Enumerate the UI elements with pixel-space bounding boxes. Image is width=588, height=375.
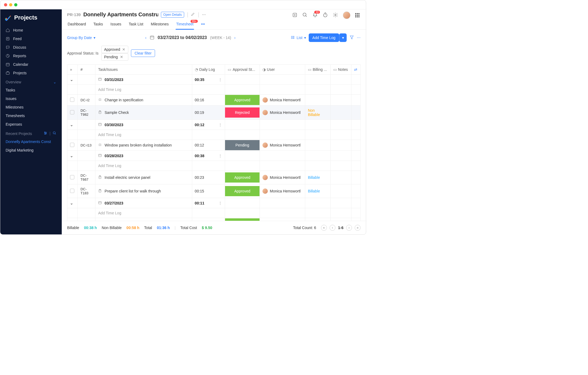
timer-icon[interactable] bbox=[323, 12, 328, 18]
sidebar-item-feed[interactable]: Feed bbox=[0, 34, 62, 43]
search-icon[interactable] bbox=[53, 131, 56, 136]
tab-task-list[interactable]: Task List bbox=[128, 20, 144, 29]
recent-project-item[interactable]: Digital Marketing bbox=[0, 146, 62, 154]
entry-daily-log: 00:16 bbox=[192, 95, 225, 106]
group-total: 00:11⋮ bbox=[192, 198, 225, 208]
filter-icon[interactable] bbox=[349, 35, 354, 41]
group-collapse-button[interactable]: ⌄ bbox=[70, 154, 73, 158]
row-more-icon[interactable]: ⋮ bbox=[218, 154, 222, 158]
sidebar-section-overview[interactable]: Overview ⌄ bbox=[0, 77, 62, 86]
header-user[interactable]: ◑User bbox=[260, 65, 305, 75]
add-time-log-row[interactable]: Add Time Log bbox=[95, 85, 192, 95]
sidebar-item-discuss[interactable]: Discuss bbox=[0, 43, 62, 52]
sidebar-item-label: Discuss bbox=[13, 45, 26, 49]
footer-total-label: Total bbox=[144, 226, 152, 230]
add-time-log-row[interactable]: Add Time Log bbox=[95, 208, 192, 218]
row-checkbox[interactable] bbox=[70, 110, 74, 114]
header-notes[interactable]: ▭Notes bbox=[330, 65, 351, 75]
svg-rect-51 bbox=[99, 154, 102, 157]
page-next-button[interactable]: › bbox=[346, 225, 352, 231]
sidebar-item-tasks[interactable]: Tasks bbox=[0, 86, 62, 94]
add-icon[interactable] bbox=[292, 12, 297, 18]
collapse-all-button[interactable]: » bbox=[70, 67, 72, 72]
sidebar-item-expenses[interactable]: Expenses bbox=[0, 120, 62, 129]
window-close-button[interactable] bbox=[4, 3, 7, 6]
chip-remove-button[interactable]: ✕ bbox=[120, 55, 123, 59]
page-prev-button[interactable]: ‹ bbox=[330, 225, 335, 231]
recent-project-item[interactable]: Donnelly Apartments Const bbox=[0, 137, 62, 146]
row-more-icon[interactable]: ⋮ bbox=[218, 123, 222, 127]
group-collapse-button[interactable]: ⌄ bbox=[70, 78, 73, 82]
date-next-button[interactable]: › bbox=[234, 36, 236, 40]
calendar-icon[interactable] bbox=[150, 35, 154, 41]
apps-grid-icon[interactable] bbox=[355, 13, 359, 17]
entry-title[interactable]: Install electric service panel bbox=[105, 175, 150, 180]
svg-line-39 bbox=[101, 99, 101, 99]
notification-icon[interactable]: 10 bbox=[312, 12, 318, 18]
row-checkbox[interactable] bbox=[70, 98, 74, 102]
add-time-log-dropdown[interactable]: ▾ bbox=[339, 33, 347, 42]
tab-dashboard[interactable]: Dashboard bbox=[67, 20, 87, 29]
row-checkbox[interactable] bbox=[70, 189, 74, 193]
row-checkbox[interactable] bbox=[70, 143, 74, 147]
chip-remove-button[interactable]: ✕ bbox=[122, 47, 125, 52]
entry-title[interactable]: Prepare client list for walk through bbox=[105, 189, 161, 193]
tab-tasks[interactable]: Tasks bbox=[93, 20, 104, 29]
date-prev-button[interactable]: ‹ bbox=[145, 36, 146, 40]
group-collapse-button[interactable]: ⌄ bbox=[70, 123, 73, 127]
group-collapse-button[interactable]: ⌄ bbox=[70, 201, 73, 205]
sidebar-item-milestones[interactable]: Milestones bbox=[0, 103, 62, 111]
header-id[interactable]: # bbox=[78, 65, 95, 75]
header-settings[interactable]: ⇄ bbox=[351, 65, 360, 75]
svg-point-13 bbox=[53, 132, 55, 134]
group-by-dropdown[interactable]: Group By Date ▾ bbox=[67, 36, 95, 40]
add-time-log-row[interactable]: Add Time Log bbox=[95, 130, 192, 140]
chevron-down-icon: ⌄ bbox=[53, 80, 56, 84]
more-icon[interactable]: ⋯ bbox=[357, 36, 361, 40]
page-last-button[interactable]: » bbox=[355, 225, 361, 231]
header-billing[interactable]: ▭Billing ... bbox=[305, 65, 330, 75]
sidebar-item-timesheets[interactable]: Timesheets bbox=[0, 111, 62, 120]
view-select-dropdown[interactable]: List ▾ bbox=[291, 35, 306, 40]
header-approval[interactable]: ▭Approval St... bbox=[225, 65, 260, 75]
tab-timesheet[interactable]: Timesheet99+ bbox=[176, 20, 194, 29]
svg-rect-4 bbox=[6, 63, 9, 66]
window-maximize-button[interactable] bbox=[14, 3, 17, 6]
sidebar-item-issues[interactable]: Issues bbox=[0, 94, 62, 103]
entry-title[interactable]: Window panes broken during installation bbox=[105, 143, 172, 147]
tab-milestones[interactable]: Milestones bbox=[150, 20, 169, 29]
sliders-icon[interactable] bbox=[44, 131, 47, 136]
user-avatar[interactable] bbox=[343, 11, 350, 19]
add-time-log-button[interactable]: Add Time Log bbox=[309, 33, 339, 42]
clock-icon: ◔ bbox=[195, 67, 198, 72]
header-daily-log[interactable]: ◔Daily Log bbox=[192, 65, 225, 75]
more-icon[interactable]: ⋯ bbox=[202, 13, 206, 17]
window-minimize-button[interactable] bbox=[9, 3, 12, 6]
svg-line-50 bbox=[101, 145, 101, 146]
tab-issues[interactable]: Issues bbox=[110, 20, 122, 29]
header-task[interactable]: Task/Issues bbox=[95, 65, 192, 75]
entry-title[interactable]: Sample Check bbox=[105, 110, 129, 115]
entry-title[interactable]: Change in specification bbox=[105, 98, 143, 102]
open-details-button[interactable]: Open Details bbox=[161, 12, 184, 18]
search-icon[interactable] bbox=[302, 12, 308, 18]
row-more-icon[interactable]: ⋮ bbox=[218, 78, 222, 82]
page-first-button[interactable]: « bbox=[321, 225, 327, 231]
sidebar-item-calendar[interactable]: Calendar bbox=[0, 60, 62, 69]
edit-icon[interactable] bbox=[191, 12, 195, 17]
svg-line-19 bbox=[306, 16, 307, 17]
clear-filter-button[interactable]: Clear filter bbox=[131, 49, 155, 57]
entry-id: DC-I13 bbox=[78, 140, 95, 151]
sidebar-item-projects[interactable]: Projects bbox=[0, 69, 62, 77]
row-checkbox[interactable] bbox=[70, 175, 74, 179]
row-more-icon[interactable]: ⋮ bbox=[218, 201, 222, 205]
add-time-log-row[interactable]: Add Time Log bbox=[95, 161, 192, 171]
gear-icon[interactable] bbox=[333, 12, 338, 18]
footer-nonbillable-value: 00:58 h bbox=[126, 226, 139, 230]
entry-id: DC-T183 bbox=[78, 184, 95, 198]
entry-billing: Non Billable bbox=[305, 106, 330, 120]
tabs-more-button[interactable]: ••• bbox=[200, 20, 206, 29]
sidebar-item-home[interactable]: Home bbox=[0, 26, 62, 34]
sidebar-item-label: Reports bbox=[13, 54, 26, 58]
sidebar-item-reports[interactable]: Reports bbox=[0, 52, 62, 60]
